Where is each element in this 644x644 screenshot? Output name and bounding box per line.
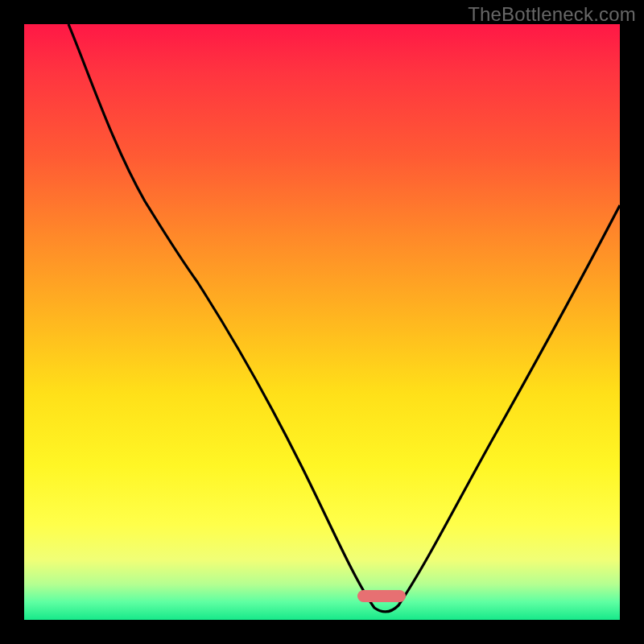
optimal-range-marker [357, 590, 406, 602]
watermark-text: TheBottleneck.com [468, 3, 636, 26]
bottleneck-chart-frame: TheBottleneck.com [0, 0, 644, 644]
bottleneck-curve-svg [24, 24, 620, 620]
bottleneck-curve [68, 24, 620, 612]
plot-gradient-area [24, 24, 620, 620]
